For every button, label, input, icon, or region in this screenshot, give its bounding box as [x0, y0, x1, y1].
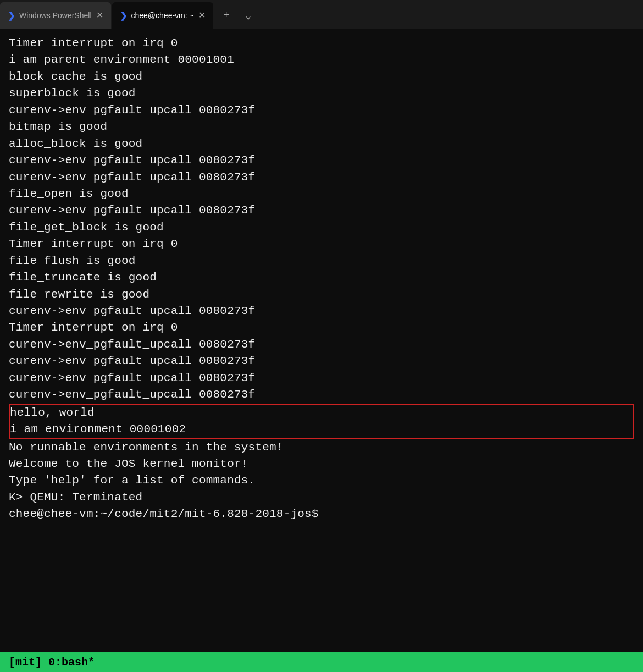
- tab-chee-label: chee@chee-vm: ~: [131, 11, 194, 20]
- terminal-line: curenv->env_pgfault_upcall 0080273f: [9, 303, 634, 320]
- tab-powershell[interactable]: ❯ Windows PowerShell ✕: [0, 2, 111, 29]
- terminal-line: curenv->env_pgfault_upcall 0080273f: [9, 202, 634, 219]
- terminal-line: block cache is good: [9, 69, 634, 85]
- powershell-tab-icon: ❯: [8, 10, 15, 21]
- tab-chee[interactable]: ❯ chee@chee-vm: ~ ✕: [112, 2, 213, 29]
- highlighted-line-2: i am environment 00001002: [10, 421, 633, 438]
- chee-tab-icon: ❯: [120, 10, 127, 21]
- terminal-line: bitmap is good: [9, 119, 634, 135]
- terminal-line: curenv->env_pgfault_upcall 0080273f: [9, 370, 634, 387]
- terminal-line: curenv->env_pgfault_upcall 0080273f: [9, 102, 634, 119]
- status-bar: [mit] 0:bash*: [0, 652, 643, 672]
- terminal-body: Timer interrupt on irq 0 i am parent env…: [0, 29, 643, 652]
- terminal-line: No runnable environments in the system!: [9, 439, 634, 456]
- terminal-line: file_flush is good: [9, 253, 634, 269]
- terminal-line: K> QEMU: Terminated: [9, 489, 634, 506]
- terminal-line: curenv->env_pgfault_upcall 0080273f: [9, 337, 634, 353]
- terminal-line: Type 'help' for a list of commands.: [9, 472, 634, 489]
- tab-chee-close[interactable]: ✕: [198, 11, 206, 20]
- terminal-line: file rewrite is good: [9, 287, 634, 303]
- tab-powershell-label: Windows PowerShell: [19, 11, 92, 20]
- terminal-line: alloc_block is good: [9, 136, 634, 152]
- new-tab-button[interactable]: +: [217, 5, 236, 25]
- terminal-line: Welcome to the JOS kernel monitor!: [9, 456, 634, 472]
- title-bar-actions: + ⌄: [217, 2, 258, 29]
- terminal-line: file_open is good: [9, 186, 634, 202]
- title-bar: ❯ Windows PowerShell ✕ ❯ chee@chee-vm: ~…: [0, 0, 643, 29]
- terminal-line: file_truncate is good: [9, 269, 634, 286]
- status-bar-text: [mit] 0:bash*: [9, 656, 95, 669]
- highlighted-block: hello, world i am environment 00001002: [9, 404, 634, 439]
- terminal-line: chee@chee-vm:~/code/mit2/mit-6.828-2018-…: [9, 506, 634, 522]
- terminal-line: curenv->env_pgfault_upcall 0080273f: [9, 169, 634, 186]
- terminal-line: Timer interrupt on irq 0: [9, 320, 634, 336]
- tab-powershell-close[interactable]: ✕: [96, 11, 103, 20]
- terminal-line: Timer interrupt on irq 0: [9, 236, 634, 252]
- terminal-line: i am parent environment 00001001: [9, 52, 634, 68]
- terminal-line: curenv->env_pgfault_upcall 0080273f: [9, 353, 634, 370]
- terminal-line: superblock is good: [9, 85, 634, 102]
- terminal-line: Timer interrupt on irq 0: [9, 35, 634, 52]
- highlighted-line-1: hello, world: [10, 405, 633, 421]
- dropdown-button[interactable]: ⌄: [239, 5, 258, 25]
- terminal-line: curenv->env_pgfault_upcall 0080273f: [9, 387, 634, 403]
- terminal-line: file_get_block is good: [9, 219, 634, 236]
- terminal-line: curenv->env_pgfault_upcall 0080273f: [9, 152, 634, 169]
